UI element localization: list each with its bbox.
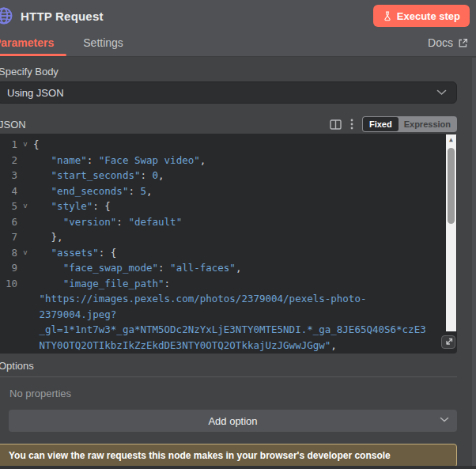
- code-line[interactable]: 10 "image_file_path":: [0, 276, 443, 292]
- tab-parameters[interactable]: Parameters: [0, 36, 55, 56]
- toggle-fixed[interactable]: Fixed: [363, 117, 399, 131]
- line-number: 9: [0, 260, 17, 276]
- ndv-panel: HTTP Request Execute step Parameters Set…: [0, 0, 476, 469]
- code-text: 2379004.jpeg?: [33, 307, 116, 323]
- chevron-down-icon: [436, 89, 447, 96]
- code-text: NTY0OTQ2OTIkbzIkZzEkdDE3NTY0OTQ2OTkkajUz…: [33, 338, 337, 354]
- line-number: [0, 307, 17, 323]
- line-number: [0, 322, 17, 338]
- json-field-header: JSON Fixed Expression: [0, 116, 457, 132]
- code-text: },: [33, 229, 63, 245]
- panel-right-edge: [472, 58, 476, 469]
- dev-console-notice: You can view the raw requests this node …: [0, 444, 457, 467]
- code-text: "name": "Face Swap video",: [33, 153, 206, 168]
- line-number: [0, 291, 17, 307]
- code-text: "https://images.pexels.com/photos/237900…: [33, 291, 366, 307]
- code-text: _gl=1*1nt7w3*_ga*NTM5ODc2NzYxLjE3NTY0MTE…: [33, 322, 426, 338]
- code-text: "image_file_path":: [33, 276, 170, 292]
- line-number: 1: [0, 137, 17, 153]
- json-label: JSON: [0, 119, 26, 130]
- code-text: "assets": {: [33, 245, 116, 261]
- code-line[interactable]: 2379004.jpeg?: [0, 307, 443, 323]
- fold-gutter: [17, 168, 33, 183]
- fold-gutter: [17, 276, 33, 292]
- fold-gutter: [17, 214, 33, 230]
- json-code-editor[interactable]: 1v{2 "name": "Face Swap video",3 "start_…: [0, 134, 457, 354]
- options-empty-text: No properties: [0, 388, 457, 399]
- tab-settings[interactable]: Settings: [81, 36, 125, 56]
- code-text: "end_seconds": 5,: [33, 183, 153, 199]
- code-line[interactable]: 3 "start_seconds": 0,: [0, 168, 443, 183]
- expand-editor-button[interactable]: [441, 335, 455, 349]
- chevron-down-icon: [440, 417, 449, 423]
- line-number: 3: [0, 168, 17, 183]
- code-line[interactable]: _gl=1*1nt7w3*_ga*NTM5ODc2NzYxLjE3NTY0MTE…: [0, 322, 443, 338]
- line-number: 7: [0, 229, 17, 245]
- node-header: HTTP Request Execute step: [0, 0, 476, 32]
- fold-gutter: [17, 307, 33, 323]
- toggle-expression[interactable]: Expression: [399, 117, 456, 131]
- execute-step-button[interactable]: Execute step: [373, 5, 470, 27]
- kebab-menu-icon[interactable]: [350, 119, 353, 130]
- code-line[interactable]: 4 "end_seconds": 5,: [0, 183, 443, 199]
- scrollbar-thumb[interactable]: [448, 148, 455, 224]
- fixed-expression-toggle: Fixed Expression: [362, 116, 457, 132]
- code-line[interactable]: 6 "version": "default": [0, 214, 443, 230]
- fold-gutter: [17, 229, 33, 245]
- fold-gutter: [17, 338, 33, 354]
- external-link-icon: [458, 38, 468, 48]
- split-columns-icon[interactable]: [330, 119, 342, 130]
- specify-body-label: Specify Body: [0, 66, 457, 79]
- node-title: HTTP Request: [21, 9, 104, 23]
- specify-body-value: Using JSON: [7, 87, 64, 99]
- line-number: 6: [0, 214, 17, 230]
- panel-bottom-edge: [0, 466, 476, 469]
- line-number: 4: [0, 183, 17, 199]
- tab-bar: Parameters Settings Docs: [0, 32, 476, 57]
- line-number: 5: [0, 199, 17, 214]
- fold-chevron-icon[interactable]: v: [17, 199, 33, 214]
- code-text: "start_seconds": 0,: [33, 168, 164, 183]
- fold-chevron-icon[interactable]: v: [17, 245, 33, 261]
- specify-body-select[interactable]: Using JSON: [0, 81, 457, 104]
- fold-gutter: [17, 260, 33, 276]
- fold-gutter: [17, 183, 33, 199]
- code-text: {: [33, 137, 40, 153]
- code-line[interactable]: 1v{: [0, 137, 443, 153]
- globe-icon: [0, 6, 13, 25]
- docs-link[interactable]: Docs: [428, 36, 468, 56]
- code-line[interactable]: 5v "style": {: [0, 199, 443, 214]
- code-lines: 1v{2 "name": "Face Swap video",3 "start_…: [0, 134, 457, 353]
- line-number: 2: [0, 153, 17, 168]
- code-line[interactable]: 8v "assets": {: [0, 245, 443, 261]
- line-number: 8: [0, 245, 17, 261]
- fold-chevron-icon[interactable]: v: [17, 137, 33, 153]
- code-line[interactable]: 7 },: [0, 229, 443, 245]
- code-line[interactable]: 2 "name": "Face Swap video",: [0, 153, 443, 168]
- line-number: 10: [0, 276, 17, 292]
- fold-gutter: [17, 153, 33, 168]
- parameters-pane: Specify Body Using JSON JSON: [0, 66, 476, 467]
- code-text: "face_swap_mode": "all-faces",: [33, 260, 241, 276]
- fold-gutter: [17, 322, 33, 338]
- flask-icon: [383, 11, 392, 21]
- code-line[interactable]: 9 "face_swap_mode": "all-faces",: [0, 260, 443, 276]
- expand-icon: [444, 338, 453, 346]
- line-number: [0, 338, 17, 354]
- scrollbar-up-arrow-icon[interactable]: ▲: [446, 136, 456, 144]
- options-section-label: Options: [0, 360, 457, 377]
- code-text: "version": "default": [33, 214, 182, 230]
- code-line[interactable]: NTY0OTQ2OTIkbzIkZzEkdDE3NTY0OTQ2OTkkajUz…: [0, 338, 443, 354]
- fold-gutter: [17, 291, 33, 307]
- add-option-button[interactable]: Add option: [9, 410, 457, 432]
- code-line[interactable]: "https://images.pexels.com/photos/237900…: [0, 291, 443, 307]
- editor-scrollbar[interactable]: ▲: [446, 134, 456, 331]
- code-text: "style": {: [33, 199, 111, 214]
